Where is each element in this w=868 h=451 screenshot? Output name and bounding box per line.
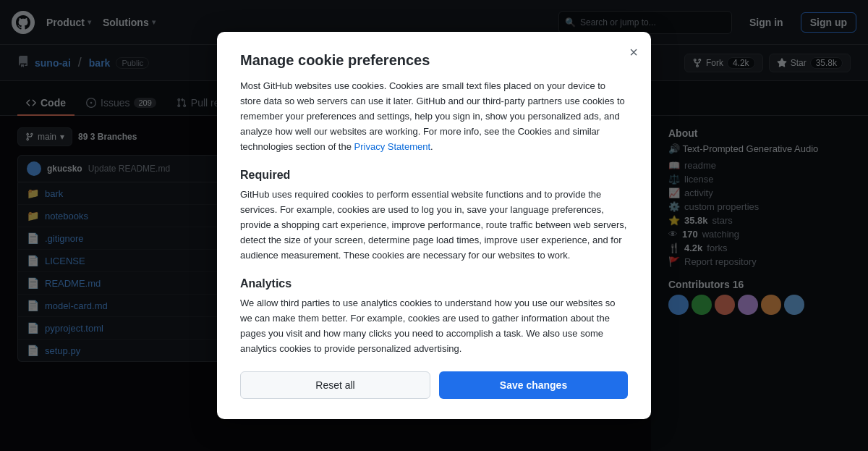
- save-changes-button[interactable]: Save changes: [439, 371, 628, 399]
- privacy-statement-link[interactable]: Privacy Statement: [354, 141, 431, 152]
- required-section-text: GitHub uses required cookies to perform …: [240, 187, 628, 263]
- close-button[interactable]: ×: [626, 42, 641, 62]
- reset-all-button[interactable]: Reset all: [240, 371, 430, 399]
- analytics-section-text: We allow third parties to use analytics …: [240, 296, 628, 356]
- modal-footer: Reset all Save changes: [240, 371, 628, 399]
- modal-title: Manage cookie preferences: [240, 52, 628, 69]
- modal-overlay: × Manage cookie preferences Most GitHub …: [0, 0, 868, 451]
- cookie-modal: × Manage cookie preferences Most GitHub …: [217, 32, 651, 418]
- modal-intro: Most GitHub websites use cookies. Cookie…: [240, 79, 628, 154]
- required-section-title: Required: [240, 169, 628, 182]
- analytics-section-title: Analytics: [240, 277, 628, 290]
